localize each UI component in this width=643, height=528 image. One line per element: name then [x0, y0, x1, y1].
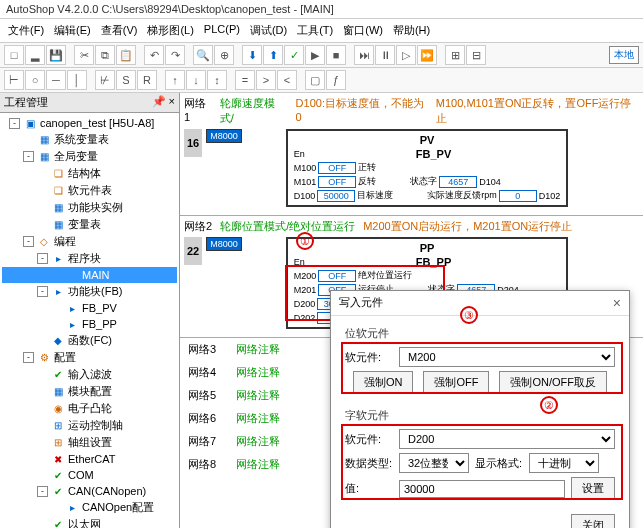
tool-b-icon[interactable]: ⊟	[466, 45, 486, 65]
stop-icon[interactable]: ■	[326, 45, 346, 65]
new-icon[interactable]: □	[4, 45, 24, 65]
redo-icon[interactable]: ↷	[165, 45, 185, 65]
value-input[interactable]	[399, 480, 565, 498]
ld-contact-icon[interactable]: ⊢	[4, 70, 24, 90]
tree-item[interactable]: ⊞轴组设置	[2, 434, 177, 451]
save-icon[interactable]: 💾	[46, 45, 66, 65]
tree-item[interactable]: -▸功能块(FB)	[2, 283, 177, 300]
force-toggle-button[interactable]: 强制ON/OFF取反	[499, 371, 607, 394]
tool-a-icon[interactable]: ⊞	[445, 45, 465, 65]
tree-item[interactable]: -✔CAN(CANopen)	[2, 483, 177, 499]
fb-value[interactable]: OFF	[318, 162, 356, 174]
tree-item[interactable]: -◇编程	[2, 233, 177, 250]
fb-value[interactable]: 50000	[317, 190, 355, 202]
tree-item[interactable]: MAIN	[2, 267, 177, 283]
ld-down-icon[interactable]: ↓	[186, 70, 206, 90]
menu-item[interactable]: 调试(D)	[246, 21, 291, 40]
tree-toggle-icon[interactable]: -	[9, 118, 20, 129]
tree-toggle-icon[interactable]: -	[37, 286, 48, 297]
menu-item[interactable]: 窗口(W)	[339, 21, 387, 40]
ld-not-icon[interactable]: ⊬	[95, 70, 115, 90]
close-button[interactable]: 关闭	[571, 514, 615, 528]
ld-coil-icon[interactable]: ○	[25, 70, 45, 90]
tree-item[interactable]: ▸FB_PV	[2, 300, 177, 316]
local-tag[interactable]: 本地	[609, 46, 639, 64]
tree-item[interactable]: ▦模块配置	[2, 383, 177, 400]
cut-icon[interactable]: ✂	[74, 45, 94, 65]
fb-value[interactable]: OFF	[318, 270, 356, 282]
tree-item[interactable]: ⊞运动控制轴	[2, 417, 177, 434]
ld-vert-icon[interactable]: │	[67, 70, 87, 90]
ld-line-icon[interactable]: ─	[46, 70, 66, 90]
next-icon[interactable]: ⏩	[417, 45, 437, 65]
menu-item[interactable]: 查看(V)	[97, 21, 142, 40]
project-tree[interactable]: -▣canopen_test [H5U-A8]▦系统变量表-▦全局变量❏结构体❏…	[0, 113, 179, 528]
menu-item[interactable]: 梯形图(L)	[143, 21, 197, 40]
tree-item[interactable]: ❏软元件表	[2, 182, 177, 199]
set-button[interactable]: 设置	[571, 477, 615, 500]
tree-item[interactable]: -▦全局变量	[2, 148, 177, 165]
menu-item[interactable]: 工具(T)	[293, 21, 337, 40]
tree-toggle-icon[interactable]: -	[37, 253, 48, 264]
pause-icon[interactable]: ⏸	[375, 45, 395, 65]
tree-item[interactable]: ✔以太网	[2, 516, 177, 528]
tree-item[interactable]: -▣canopen_test [H5U-A8]	[2, 115, 177, 131]
open-icon[interactable]: ▂	[25, 45, 45, 65]
menu-item[interactable]: 帮助(H)	[389, 21, 434, 40]
tree-item[interactable]: -▸程序块	[2, 250, 177, 267]
menu-item[interactable]: 文件(F)	[4, 21, 48, 40]
ld-gt-icon[interactable]: >	[256, 70, 276, 90]
tree-item[interactable]: ✖EtherCAT	[2, 451, 177, 467]
contact[interactable]: M8000	[206, 237, 242, 251]
tree-toggle-icon[interactable]: -	[23, 236, 34, 247]
menu-item[interactable]: PLC(P)	[200, 21, 244, 40]
contact[interactable]: M8000	[206, 129, 242, 143]
tree-item[interactable]: ◉电子凸轮	[2, 400, 177, 417]
tree-item[interactable]: ▸FB_PP	[2, 316, 177, 332]
tree-item[interactable]: ▸CANOpen配置	[2, 499, 177, 516]
close-icon[interactable]: ×	[613, 295, 621, 311]
tree-item[interactable]: -⚙配置	[2, 349, 177, 366]
tree-node-icon: ◉	[51, 402, 65, 416]
sidebar-pin-icon[interactable]: 📌 ×	[152, 95, 175, 110]
display-format-select[interactable]: 十进制	[529, 453, 599, 473]
zoom-icon[interactable]: ⊕	[214, 45, 234, 65]
word-element-select[interactable]: D200	[399, 429, 615, 449]
ld-both-icon[interactable]: ↕	[207, 70, 227, 90]
copy-icon[interactable]: ⧉	[95, 45, 115, 65]
tree-toggle-icon[interactable]: -	[23, 352, 34, 363]
download-icon[interactable]: ⬇	[242, 45, 262, 65]
tree-item[interactable]: ✔COM	[2, 467, 177, 483]
compile-icon[interactable]: ✓	[284, 45, 304, 65]
tree-item[interactable]: ▦系统变量表	[2, 131, 177, 148]
undo-icon[interactable]: ↶	[144, 45, 164, 65]
function-block[interactable]: PV En FB_PV M100 OFF 正转 M101 OFF 反转 状态字 …	[286, 129, 569, 207]
tree-item[interactable]: ✔输入滤波	[2, 366, 177, 383]
ld-up-icon[interactable]: ↑	[165, 70, 185, 90]
tree-item[interactable]: ◆函数(FC)	[2, 332, 177, 349]
tree-item[interactable]: ❏结构体	[2, 165, 177, 182]
paste-icon[interactable]: 📋	[116, 45, 136, 65]
ld-set-icon[interactable]: S	[116, 70, 136, 90]
force-on-button[interactable]: 强制ON	[353, 371, 414, 394]
force-off-button[interactable]: 强制OFF	[423, 371, 489, 394]
bit-element-select[interactable]: M200	[399, 347, 615, 367]
step-icon[interactable]: ⏭	[354, 45, 374, 65]
tree-item[interactable]: ▦变量表	[2, 216, 177, 233]
find-icon[interactable]: 🔍	[193, 45, 213, 65]
data-type-select[interactable]: 32位整数	[399, 453, 469, 473]
tree-toggle-icon[interactable]: -	[37, 486, 48, 497]
fb-value[interactable]: OFF	[318, 176, 356, 188]
toolbar-1: □ ▂ 💾 ✂ ⧉ 📋 ↶ ↷ 🔍 ⊕ ⬇ ⬆ ✓ ▶ ■ ⏭ ⏸ ▷ ⏩ ⊞ …	[0, 43, 643, 68]
monitor-icon[interactable]: ▶	[305, 45, 325, 65]
ld-fn-icon[interactable]: ƒ	[326, 70, 346, 90]
tree-item[interactable]: ▦功能块实例	[2, 199, 177, 216]
ld-cmp-icon[interactable]: =	[235, 70, 255, 90]
tree-toggle-icon[interactable]: -	[23, 151, 34, 162]
ld-fb-icon[interactable]: ▢	[305, 70, 325, 90]
menu-item[interactable]: 编辑(E)	[50, 21, 95, 40]
upload-icon[interactable]: ⬆	[263, 45, 283, 65]
ld-lt-icon[interactable]: <	[277, 70, 297, 90]
ld-rst-icon[interactable]: R	[137, 70, 157, 90]
play-icon[interactable]: ▷	[396, 45, 416, 65]
